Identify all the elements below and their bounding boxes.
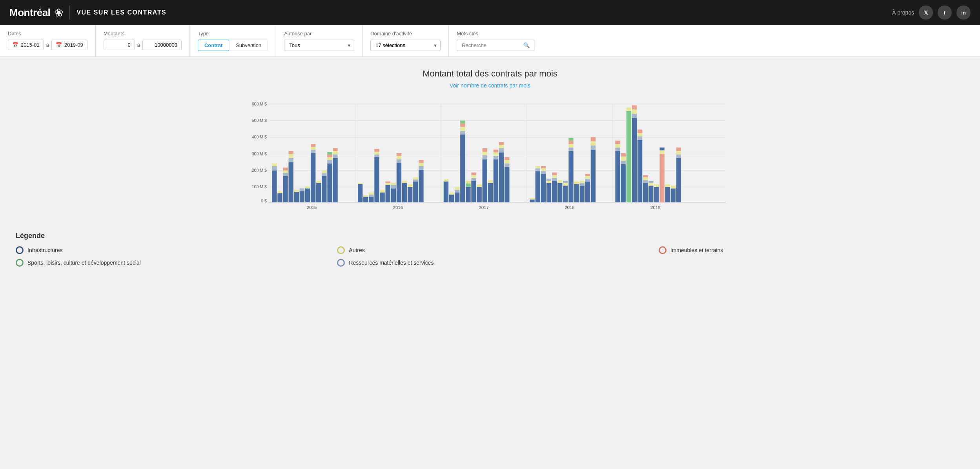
logo-text: Montréal [9, 7, 50, 19]
svg-rect-116 [483, 155, 487, 160]
apropos-link[interactable]: À propos [892, 9, 914, 16]
search-button[interactable]: 🔍 [519, 40, 534, 51]
svg-rect-166 [585, 176, 590, 179]
autorise-select-wrap: Tous ▼ [284, 40, 354, 51]
svg-text:2019: 2019 [650, 205, 661, 210]
svg-rect-41 [305, 186, 310, 188]
autorise-label: Autorisé par [284, 31, 354, 36]
svg-rect-75 [386, 182, 390, 183]
svg-rect-140 [541, 168, 546, 171]
svg-text:2017: 2017 [479, 205, 489, 210]
chart-toggle-link[interactable]: Voir nombre de contrats par mois [450, 82, 530, 89]
svg-rect-131 [505, 160, 509, 164]
svg-rect-80 [397, 159, 401, 163]
svg-rect-87 [413, 182, 418, 202]
svg-rect-106 [466, 187, 470, 202]
date-from-input[interactable]: 📅 2015-01 [8, 40, 44, 50]
svg-rect-158 [568, 138, 573, 141]
twitter-button[interactable]: 𝕏 [919, 5, 933, 20]
svg-rect-171 [591, 137, 596, 142]
svg-rect-33 [288, 158, 293, 162]
dates-filter: Dates 📅 2015-01 à 📅 2019-09 [0, 25, 96, 56]
type-contrat-button[interactable]: Contrat [198, 40, 229, 51]
date-to-input[interactable]: 📅 2019-09 [51, 40, 87, 50]
header: Montréal ❀ VUE SUR LES CONTRATS À propos… [0, 0, 980, 25]
svg-rect-39 [300, 188, 304, 191]
chart-link-container: Voir nombre de contrats par mois [16, 82, 964, 89]
svg-rect-159 [574, 184, 579, 202]
svg-rect-184 [632, 109, 637, 114]
facebook-button[interactable]: f [938, 5, 952, 20]
svg-rect-49 [322, 173, 326, 176]
legend: Légende Infrastructures Autres Immeubles… [16, 225, 964, 273]
svg-rect-79 [397, 163, 401, 202]
calendar-icon-to: 📅 [56, 42, 62, 48]
montants-label: Montants [104, 31, 182, 36]
svg-rect-120 [488, 180, 493, 183]
svg-rect-204 [671, 188, 676, 202]
linkedin-button[interactable]: in [956, 5, 971, 20]
svg-rect-111 [471, 175, 476, 178]
svg-rect-208 [676, 151, 681, 155]
svg-rect-57 [333, 155, 337, 158]
svg-rect-37 [294, 190, 299, 192]
montants-row: à [104, 40, 182, 50]
svg-rect-61 [358, 183, 362, 184]
svg-rect-73 [386, 185, 390, 202]
svg-rect-155 [568, 147, 573, 151]
svg-rect-196 [648, 181, 653, 183]
svg-rect-125 [499, 153, 504, 202]
svg-rect-64 [369, 197, 373, 202]
svg-rect-51 [327, 164, 332, 202]
svg-rect-46 [316, 183, 321, 202]
svg-rect-78 [391, 183, 396, 185]
svg-rect-105 [460, 120, 465, 123]
mots-cles-label: Mots clés [457, 31, 972, 36]
legend-item-autres: Autres [337, 246, 643, 254]
domaine-select[interactable]: 17 sélections [370, 40, 441, 51]
amount-from-input[interactable] [104, 40, 135, 50]
svg-rect-173 [615, 147, 620, 151]
legend-item-infrastructures: Infrastructures [16, 246, 321, 254]
svg-rect-122 [494, 156, 498, 159]
svg-rect-182 [632, 118, 637, 202]
svg-rect-29 [283, 173, 288, 176]
svg-rect-52 [327, 160, 332, 164]
autorise-select[interactable]: Tous [284, 40, 354, 51]
svg-rect-99 [455, 190, 459, 193]
svg-rect-162 [580, 183, 585, 185]
svg-text:2015: 2015 [307, 205, 317, 210]
svg-rect-153 [563, 181, 568, 183]
amount-to-input[interactable] [142, 40, 182, 50]
svg-rect-130 [505, 164, 509, 167]
dates-row: 📅 2015-01 à 📅 2019-09 [8, 40, 87, 50]
svg-rect-40 [305, 188, 310, 202]
svg-rect-88 [413, 179, 418, 181]
svg-rect-47 [316, 181, 321, 183]
svg-rect-198 [654, 184, 659, 187]
header-divider [69, 5, 70, 20]
svg-rect-177 [621, 161, 626, 164]
svg-rect-186 [638, 140, 642, 202]
type-subvention-button[interactable]: Subvention [229, 40, 268, 51]
svg-rect-138 [541, 174, 546, 202]
svg-rect-200 [659, 150, 664, 154]
svg-rect-132 [505, 157, 509, 160]
svg-text:200 M $: 200 M $ [252, 168, 267, 173]
search-input[interactable] [457, 40, 519, 51]
legend-item-sports: Sports, loisirs, culture et développemen… [16, 259, 321, 267]
svg-text:500 M $: 500 M $ [252, 118, 267, 123]
legend-title: Légende [16, 232, 964, 240]
immeubles-icon [659, 246, 667, 254]
date-to-value: 2019-09 [64, 42, 83, 48]
svg-rect-147 [552, 175, 557, 178]
svg-rect-169 [591, 145, 596, 150]
svg-rect-141 [541, 166, 546, 168]
svg-rect-163 [580, 181, 585, 183]
autres-icon [337, 246, 345, 254]
svg-rect-195 [648, 183, 653, 185]
main-content: Montant total des contrats par mois Voir… [0, 57, 980, 285]
svg-rect-50 [322, 171, 326, 173]
svg-rect-35 [288, 151, 293, 154]
svg-rect-48 [322, 176, 326, 202]
